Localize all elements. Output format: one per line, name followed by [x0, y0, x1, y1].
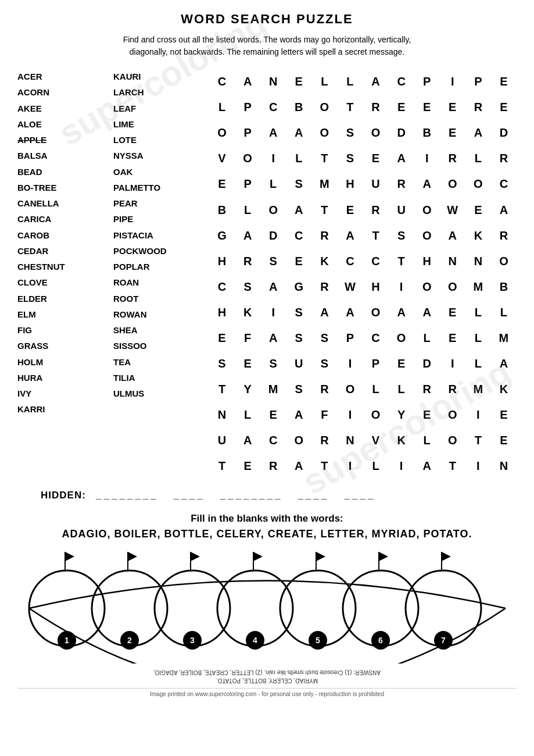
- grid-cell: E: [440, 94, 465, 120]
- grid-cell: O: [440, 402, 465, 427]
- grid-cell: G: [286, 274, 311, 299]
- grid-cell: C: [363, 325, 388, 351]
- word-item: APPLE: [17, 132, 107, 148]
- grid-cell: T: [311, 453, 337, 479]
- grid-cell: P: [235, 171, 260, 197]
- word-item: [113, 401, 203, 417]
- grid-cell: N: [209, 402, 235, 427]
- grid-cell: L: [260, 171, 286, 197]
- grid-cell: L: [465, 351, 491, 376]
- grid-cell: I: [337, 402, 363, 427]
- grid-cell: S: [311, 351, 337, 376]
- grid-cell: I: [440, 351, 465, 376]
- grid-cell: C: [389, 69, 414, 94]
- grid-cell: L: [414, 325, 440, 351]
- word-item: ROAN: [113, 274, 203, 290]
- grid-cell: R: [389, 171, 414, 197]
- word-item: CAROB: [17, 227, 107, 243]
- grid-cell: A: [337, 299, 363, 325]
- fill-section: Fill in the blanks with the words: ADAGI…: [17, 513, 517, 540]
- grid-cell: L: [286, 145, 311, 171]
- grid-cell: I: [260, 145, 286, 171]
- grid-cell: L: [491, 299, 517, 325]
- grid-cell: A: [440, 223, 465, 248]
- grid-cell: E: [260, 402, 286, 427]
- grid-cell: A: [286, 120, 311, 145]
- grid-cell: M: [311, 171, 337, 197]
- grid-cell: E: [235, 453, 260, 479]
- hidden-section: HIDDEN: ________ ____ ________ ____ ____: [17, 490, 517, 501]
- grid-cell: A: [389, 299, 414, 325]
- grid-cell: I: [465, 402, 491, 427]
- grid-cell: S: [286, 299, 311, 325]
- grid-cell: A: [491, 197, 517, 222]
- grid-cell: C: [491, 171, 517, 197]
- grid-cell: K: [311, 248, 337, 274]
- grid-cell: H: [209, 248, 235, 274]
- grid-cell: O: [491, 248, 517, 274]
- grid-cell: K: [465, 223, 491, 248]
- grid-cell: H: [414, 248, 440, 274]
- grid-cell: T: [363, 223, 388, 248]
- grid-cell: S: [209, 351, 235, 376]
- grid-cell: A: [235, 69, 260, 94]
- word-item: ELM: [17, 306, 107, 322]
- grid-cell: H: [363, 274, 388, 299]
- grid-cell: O: [209, 120, 235, 145]
- grid-cell: L: [414, 427, 440, 453]
- grid-cell: E: [389, 351, 414, 376]
- grid-cell: A: [491, 351, 517, 376]
- grid-cell: U: [389, 197, 414, 222]
- grid-cell: S: [286, 325, 311, 351]
- grid-cell: O: [337, 376, 363, 402]
- svg-marker-12: [191, 552, 200, 561]
- grid-cell: A: [260, 325, 286, 351]
- grid-cell: I: [337, 351, 363, 376]
- grid-cell: E: [209, 171, 235, 197]
- grid-cell: E: [414, 402, 440, 427]
- grid-cell: O: [440, 274, 465, 299]
- instructions: Find and cross out all the listed words.…: [17, 34, 517, 58]
- word-item: CLOVE: [17, 274, 107, 290]
- grid-cell: L: [209, 94, 235, 120]
- grid-cell: L: [363, 376, 388, 402]
- grid-cell: S: [389, 223, 414, 248]
- grid-cell: O: [363, 120, 388, 145]
- grid-cell: E: [491, 69, 517, 94]
- word-item: LOTE: [113, 132, 203, 148]
- word-item: ACER: [17, 69, 107, 84]
- word-item: TEA: [113, 354, 203, 370]
- grid-cell: N: [465, 248, 491, 274]
- grid-cell: E: [440, 120, 465, 145]
- grid-cell: S: [311, 325, 337, 351]
- grid-cell: T: [209, 376, 235, 402]
- grid-cell: A: [260, 274, 286, 299]
- answer-line2: MYRIAD, CELERY, BOTTLE, POTATO.: [17, 676, 517, 684]
- grid-cell: O: [260, 197, 286, 222]
- page: supercoloring supercoloring WORD SEARCH …: [0, 0, 534, 703]
- word-item: KAURI: [113, 69, 203, 84]
- grid-cell: E: [389, 94, 414, 120]
- grid-cell: L: [465, 325, 491, 351]
- grid-cell: R: [414, 376, 440, 402]
- grid-cell: G: [209, 223, 235, 248]
- word-item: FIG: [17, 322, 107, 338]
- grid-cell: T: [337, 94, 363, 120]
- grid-cell: C: [286, 223, 311, 248]
- answer-section: MYRIAD, CELERY, BOTTLE, POTATO. ANSWER: …: [17, 668, 517, 689]
- grid-cell: K: [389, 427, 414, 453]
- hidden-blanks: ________ ____ ________ ____ ____: [96, 490, 375, 501]
- grid-cell: R: [465, 94, 491, 120]
- grid-cell: U: [363, 171, 388, 197]
- grid-cell: O: [311, 94, 337, 120]
- word-item: KARRI: [17, 401, 107, 417]
- word-item: HOLM: [17, 354, 107, 370]
- grid-cell: A: [414, 171, 440, 197]
- word-item: AKEE: [17, 101, 107, 116]
- grid-cell: M: [260, 376, 286, 402]
- grid-cell: L: [465, 145, 491, 171]
- grid-cell: B: [286, 94, 311, 120]
- grid-cell: A: [235, 223, 260, 248]
- svg-text:3: 3: [190, 636, 195, 645]
- grid-cell: S: [260, 248, 286, 274]
